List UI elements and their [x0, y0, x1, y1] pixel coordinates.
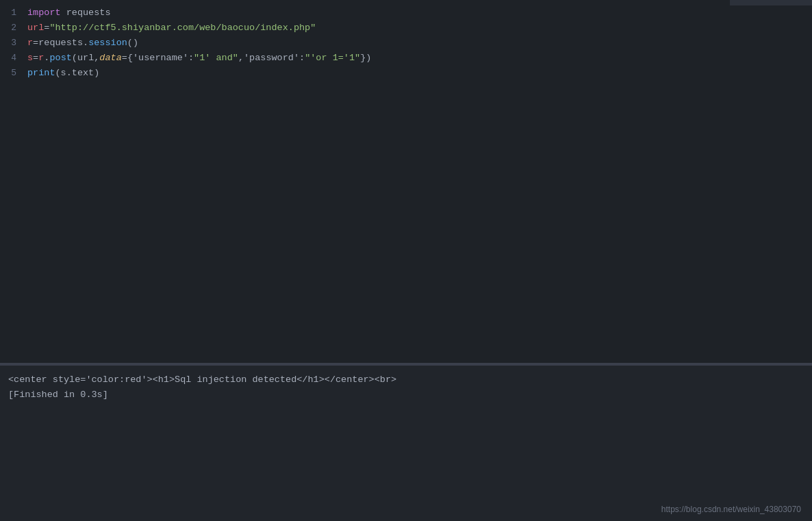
code-content-3: r=requests.session() — [27, 36, 812, 51]
code-content-2: url="http://ctf5.shiyanbar.com/web/baocu… — [27, 21, 812, 36]
code-editor[interactable]: 1 import requests 2 url="http://ctf5.shi… — [0, 0, 812, 363]
code-line-4: 4 s=r.post(url,data={'username':"1' and"… — [0, 51, 812, 66]
line-number-4: 4 — [0, 51, 27, 66]
line-number-1: 1 — [0, 6, 27, 21]
top-bar — [730, 0, 812, 5]
code-content-1: import requests — [27, 5, 812, 21]
code-content-4: s=r.post(url,data={'username':"1' and",'… — [27, 51, 812, 66]
code-line-1: 1 import requests — [0, 5, 812, 21]
line-number-5: 5 — [0, 66, 27, 81]
line-number-3: 3 — [0, 36, 27, 51]
output-line-1: <center style='color:red'><h1>Sql inject… — [8, 372, 804, 387]
output-panel: <center style='color:red'><h1>Sql inject… — [0, 366, 812, 521]
code-line-3: 3 r=requests.session() — [0, 36, 812, 51]
watermark: https://blog.csdn.net/weixin_43803070 — [661, 505, 801, 514]
code-content-5: print(s.text) — [27, 66, 812, 81]
line-number-2: 2 — [0, 21, 27, 36]
output-line-2: [Finished in 0.3s] — [8, 387, 804, 403]
code-line-5: 5 print(s.text) — [0, 66, 812, 81]
code-line-2: 2 url="http://ctf5.shiyanbar.com/web/bao… — [0, 21, 812, 36]
